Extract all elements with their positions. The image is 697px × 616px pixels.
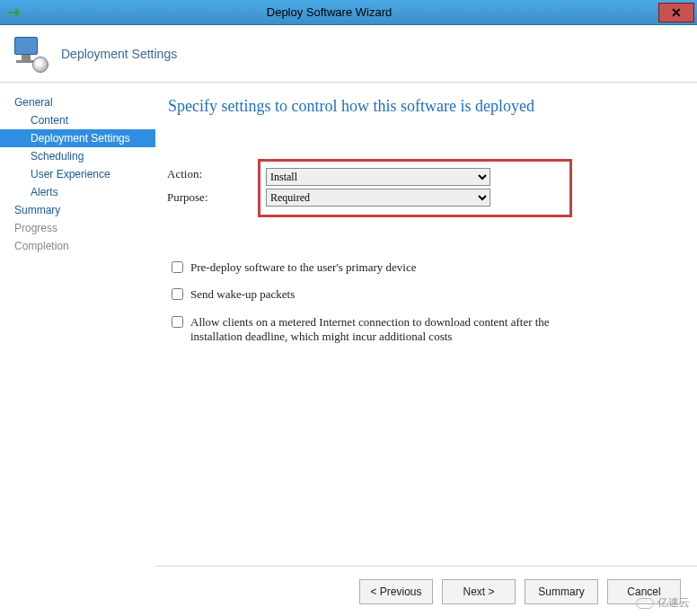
- purpose-select[interactable]: Required: [266, 189, 490, 207]
- sidebar-item-content[interactable]: Content: [0, 111, 155, 129]
- wizard-logo-icon: [11, 35, 49, 73]
- page-title: Deployment Settings: [61, 47, 177, 61]
- body: General Content Deployment Settings Sche…: [0, 83, 697, 582]
- predeploy-checkbox[interactable]: [172, 261, 183, 273]
- checkbox-group: Pre-deploy software to the user's primar…: [172, 260, 677, 344]
- previous-button[interactable]: < Previous: [359, 579, 433, 604]
- cancel-button[interactable]: Cancel: [607, 579, 681, 604]
- sidebar-group-progress: Progress: [0, 219, 155, 237]
- predeploy-label: Pre-deploy software to the user's primar…: [190, 260, 416, 275]
- next-button[interactable]: Next >: [442, 579, 516, 604]
- sidebar-group-general[interactable]: General: [0, 93, 155, 111]
- action-select[interactable]: Install: [266, 168, 490, 186]
- footer: < Previous Next > Summary Cancel: [155, 566, 697, 616]
- sidebar-group-completion: Completion: [0, 237, 155, 255]
- window-title: Deploy Software Wizard: [0, 5, 658, 19]
- wakeup-label: Send wake-up packets: [190, 287, 295, 302]
- wakeup-row[interactable]: Send wake-up packets: [172, 287, 603, 302]
- close-button[interactable]: ✕: [658, 3, 694, 22]
- content: Specify settings to control how this sof…: [155, 83, 697, 582]
- close-icon: ✕: [671, 5, 682, 20]
- action-row: Action: Install: [266, 168, 564, 186]
- sidebar-group-summary[interactable]: Summary: [0, 201, 155, 219]
- sidebar-item-scheduling[interactable]: Scheduling: [0, 147, 155, 165]
- metered-checkbox[interactable]: [172, 316, 183, 328]
- metered-row[interactable]: Allow clients on a metered Internet conn…: [172, 315, 603, 345]
- sidebar-item-alerts[interactable]: Alerts: [0, 183, 155, 201]
- settings-highlight-box: Action: Install Purpose: Required: [258, 159, 572, 217]
- metered-label: Allow clients on a metered Internet conn…: [190, 315, 603, 345]
- titlebar: Deploy Software Wizard ✕: [0, 0, 697, 25]
- sidebar: General Content Deployment Settings Sche…: [0, 83, 155, 582]
- summary-button[interactable]: Summary: [525, 579, 598, 604]
- sidebar-item-user-experience[interactable]: User Experience: [0, 165, 155, 183]
- content-heading: Specify settings to control how this sof…: [168, 97, 677, 116]
- action-label: Action:: [167, 167, 202, 181]
- back-arrow-icon[interactable]: [5, 4, 22, 21]
- wakeup-checkbox[interactable]: [172, 288, 183, 300]
- header: Deployment Settings: [0, 25, 697, 83]
- sidebar-item-deployment-settings[interactable]: Deployment Settings: [0, 129, 155, 147]
- purpose-label: Purpose:: [167, 190, 208, 205]
- predeploy-row[interactable]: Pre-deploy software to the user's primar…: [172, 260, 603, 275]
- purpose-row: Purpose: Required: [266, 189, 564, 207]
